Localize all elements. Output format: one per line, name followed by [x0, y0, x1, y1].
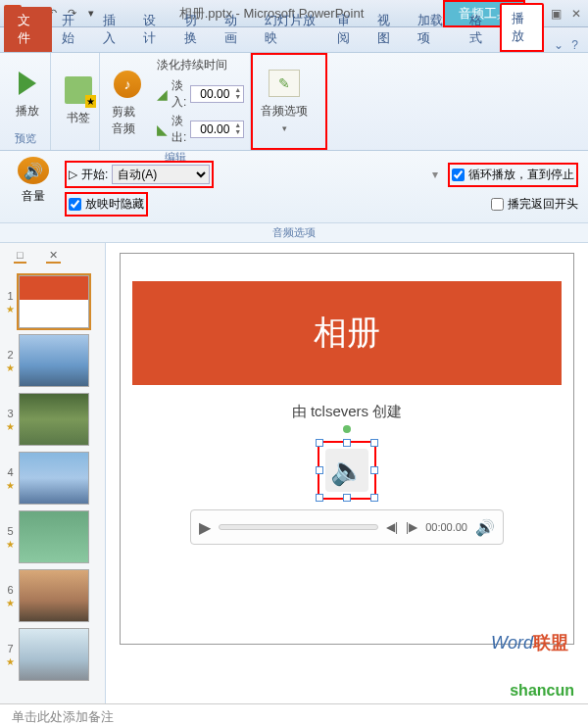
group-audio-options: 音频选项: [0, 223, 588, 243]
tab-file[interactable]: 文件: [4, 7, 52, 52]
thumbnail-3[interactable]: 3★: [6, 393, 99, 446]
speaker-icon: 🔈: [325, 449, 368, 492]
fade-in-icon: ◢: [157, 86, 168, 102]
player-time: 00:00.00: [425, 521, 467, 533]
thumbnail-6[interactable]: 6★: [6, 569, 99, 622]
loop-checkbox[interactable]: 循环播放，直到停止: [448, 163, 578, 187]
start-select[interactable]: 自动(A): [112, 165, 210, 184]
fade-out-label: 淡出:: [172, 113, 186, 146]
thumbnail-7[interactable]: 7★: [6, 628, 99, 681]
play-icon: [12, 68, 43, 99]
maximize-button[interactable]: ▣: [548, 7, 564, 21]
notes-pane[interactable]: 单击此处添加备注: [0, 703, 588, 725]
group-preview: 预览: [6, 129, 44, 146]
slide-subtitle[interactable]: 由 tclsevers 创建: [132, 403, 562, 421]
thumbnail-4[interactable]: 4★: [6, 452, 99, 505]
audio-options-icon: ✎: [269, 68, 300, 99]
audio-player[interactable]: ▶ ◀| |▶ 00:00.00 🔊: [190, 509, 504, 545]
shancun-watermark: shancun: [510, 682, 574, 700]
bookmarks-button[interactable]: 书签: [57, 71, 100, 130]
fade-out-icon: ◣: [157, 121, 168, 137]
player-prev-icon[interactable]: ◀|: [386, 520, 398, 534]
tab-view[interactable]: 视图: [368, 7, 408, 52]
fade-title: 淡化持续时间: [157, 57, 244, 73]
thumbnail-5[interactable]: 5★: [6, 510, 99, 563]
player-play-icon[interactable]: ▶: [199, 518, 211, 537]
help-icon[interactable]: ?: [571, 38, 578, 52]
fade-out-spinner[interactable]: ▲▼: [190, 121, 244, 138]
tab-design[interactable]: 设计: [133, 7, 173, 52]
trim-audio-button[interactable]: ♪ 剪裁音频: [106, 65, 149, 141]
tab-slideshow[interactable]: 幻灯片放映: [255, 7, 326, 52]
player-volume-icon[interactable]: 🔊: [475, 518, 495, 537]
tab-addins[interactable]: 加载项: [408, 7, 459, 52]
trim-icon: ♪: [112, 69, 143, 100]
tab-insert[interactable]: 插入: [93, 7, 133, 52]
fade-out-input[interactable]: [191, 121, 232, 137]
watermark: Word联盟: [491, 631, 568, 654]
play-preview-button[interactable]: 播放: [6, 64, 49, 123]
close-button[interactable]: ✕: [568, 7, 584, 21]
thumbnails-tab[interactable]: □: [14, 249, 26, 264]
thumbnail-1[interactable]: 1★: [6, 275, 99, 328]
outline-tab[interactable]: ✕: [46, 249, 61, 264]
volume-button[interactable]: 音量: [22, 188, 45, 205]
tab-transitions[interactable]: 切换: [174, 7, 215, 52]
slide-title[interactable]: 相册: [132, 281, 562, 385]
tab-format[interactable]: 格式: [460, 7, 500, 52]
tab-review[interactable]: 审阅: [327, 7, 368, 52]
hide-during-show-checkbox[interactable]: 放映时隐藏: [65, 192, 148, 217]
thumbnail-2[interactable]: 2★: [6, 334, 99, 387]
start-play-icon: ▷: [69, 168, 77, 181]
bookmark-icon: [63, 74, 94, 106]
rewind-checkbox[interactable]: 播完返回开头: [491, 196, 578, 213]
start-label: 开始:: [81, 167, 108, 183]
resize-handle[interactable]: [316, 439, 323, 447]
fade-in-label: 淡入:: [172, 77, 186, 111]
player-next-icon[interactable]: |▶: [406, 520, 417, 534]
player-track[interactable]: [219, 524, 378, 530]
rotate-handle[interactable]: [343, 425, 351, 433]
volume-icon: 🔊: [18, 157, 49, 184]
audio-object[interactable]: 🔈: [318, 441, 376, 500]
minimize-ribbon-icon[interactable]: ⌄: [554, 38, 564, 52]
fade-in-spinner[interactable]: ▲▼: [190, 85, 244, 103]
tab-playback[interactable]: 播放: [500, 3, 544, 52]
audio-options-button[interactable]: ✎ 音频选项 ▾: [255, 64, 314, 137]
fade-in-input[interactable]: [191, 86, 232, 102]
tab-home[interactable]: 开始: [52, 7, 92, 52]
tab-animations[interactable]: 动画: [215, 7, 255, 52]
slide-canvas[interactable]: 相册 由 tclsevers 创建 🔈 ▶ ◀| |▶ 00:00.00: [120, 253, 574, 645]
animation-star-icon: ★: [6, 304, 15, 314]
